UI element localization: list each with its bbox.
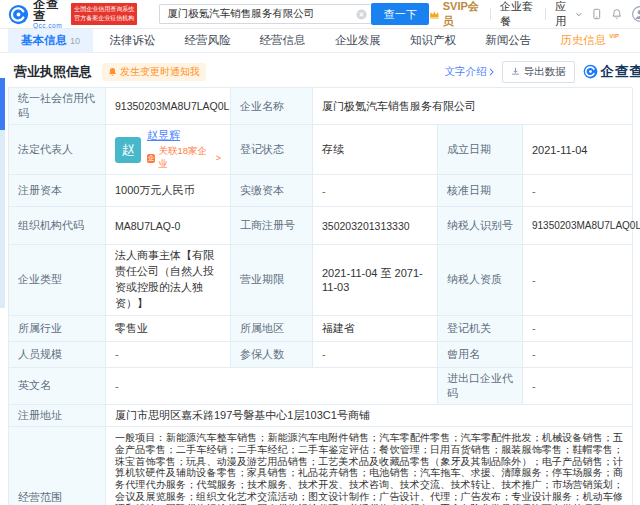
legal-rep-name-link[interactable]: 赵昱辉 — [147, 128, 221, 143]
field-label: 工商注册号 — [231, 207, 313, 245]
qcc-logo-icon — [8, 4, 29, 25]
field-label: 核准日期 — [438, 175, 523, 207]
export-data-button[interactable]: 导出数据 — [502, 61, 575, 83]
field-label: 纳税人识别号 — [438, 207, 523, 245]
section-title: 营业执照信息 — [14, 63, 92, 81]
qichacha-company-page: 企查查 Qcc.com 全国企业信用查询系统 官方备案企业征信机构 查一下 — [0, 0, 640, 505]
table-row: 所属行业 零售业 所属地区 福建省 登记机关 - — [9, 316, 632, 342]
field-label: 所属地区 — [231, 316, 313, 342]
paid-capital-value: - — [313, 175, 438, 207]
table-row: 人员规模 - 参保人数 - 曾用名 - — [9, 342, 632, 368]
tab-news-announcements[interactable]: 新闻公告 — [472, 29, 544, 52]
side-anchor-strip[interactable] — [0, 78, 5, 130]
avatar-icon — [632, 6, 640, 22]
field-label: 营业期限 — [231, 245, 313, 316]
table-row: 注册地址 厦门市思明区嘉禾路197号磐基中心1层103C1号商铺 — [9, 405, 632, 427]
org-code-value: MA8U7LAQ-0 — [106, 207, 231, 245]
crown-icon — [429, 9, 440, 20]
svip-member-link[interactable]: SVIP会员 — [429, 0, 481, 29]
field-label: 英文名 — [9, 368, 106, 405]
establish-date-value: 2021-11-04 — [523, 125, 633, 175]
text-intro-link[interactable]: 文字介绍 — [445, 65, 494, 79]
tab-basic-info[interactable]: 基本信息10 — [8, 29, 93, 52]
former-name-value: - — [523, 342, 633, 368]
biz-reg-no-value: 350203201313330 — [313, 207, 438, 245]
region-value: 福建省 — [313, 316, 438, 342]
staff-size-value: - — [106, 342, 231, 368]
change-notify-button[interactable]: 发生变更时通知我 — [102, 63, 206, 81]
mobile-app-icon[interactable] — [591, 7, 603, 21]
chevron-right-icon — [489, 68, 494, 76]
clear-search-icon[interactable] — [356, 9, 367, 20]
search-input[interactable] — [159, 4, 371, 24]
taxpayer-id-value: 91350203MA8U7LAQ0L — [523, 207, 633, 245]
top-bar: 企查查 Qcc.com 全国企业信用查询系统 官方备案企业征信机构 查一下 — [0, 0, 640, 29]
field-label: 注册资本 — [9, 175, 106, 207]
brand-name: 企查查 — [33, 0, 62, 22]
tab-count-badge: 10 — [70, 36, 80, 46]
tab-company-development[interactable]: 企业发展 — [322, 29, 394, 52]
table-row: 经营范围 一般项目：新能源汽车整车销售；新能源汽车电附件销售；汽车零配件零售；汽… — [9, 427, 632, 505]
taxpayer-qualification-value: - — [523, 245, 633, 316]
tab-operation-risk[interactable]: 经营风险 — [171, 29, 243, 52]
chevron-down-icon — [576, 12, 582, 17]
user-avatar[interactable] — [632, 6, 640, 22]
english-name-value: - — [106, 368, 438, 405]
field-label: 实缴资本 — [231, 175, 313, 207]
field-label: 统一社会信用代码 — [9, 88, 106, 125]
registered-address-value: 厦门市思明区嘉禾路197号磐基中心1层103C1号商铺 — [106, 405, 633, 427]
insured-count-value: - — [313, 342, 438, 368]
field-label: 组织机构代码 — [9, 207, 106, 245]
field-label: 注册地址 — [9, 405, 106, 427]
reg-status-value: 存续 — [313, 125, 438, 175]
reg-authority-value: - — [523, 316, 633, 342]
field-label: 登记状态 — [231, 125, 313, 175]
field-label: 企业名称 — [231, 88, 313, 125]
table-row: 英文名 - 进出口企业代码 - — [9, 368, 632, 405]
reg-capital-value: 1000万元人民币 — [106, 175, 231, 207]
legal-rep-avatar[interactable]: 赵 — [115, 137, 141, 163]
tab-operation-info[interactable]: 经营信息 — [247, 29, 319, 52]
chevron-right-icon: > — [216, 153, 221, 163]
field-label: 法定代表人 — [9, 125, 106, 175]
field-label: 进出口企业代码 — [438, 368, 523, 405]
business-license-table: 统一社会信用代码 91350203MA8U7LAQ0L 企业名称 厦门极氪汽车销… — [8, 87, 632, 505]
notifications-bell-icon[interactable] — [611, 7, 623, 21]
biz-term-value: 2021-11-04 至 2071-11-03 — [313, 245, 438, 316]
table-row: 统一社会信用代码 91350203MA8U7LAQ0L 企业名称 厦门极氪汽车销… — [9, 88, 632, 125]
credit-code-value: 91350203MA8U7LAQ0L — [106, 88, 231, 125]
official-badge: 全国企业信用查询系统 官方备案企业征信机构 — [71, 3, 137, 24]
approval-date-value: - — [523, 175, 633, 207]
business-scope-value: 一般项目：新能源汽车整车销售；新能源汽车电附件销售；汽车零配件零售；汽车零配件批… — [115, 432, 623, 505]
table-row: 法定代表人 赵 赵昱辉 企 关联18家企业 > 登记状态 存续 成立日期 202… — [9, 125, 632, 175]
qcc-watermark-icon — [583, 64, 598, 79]
side-anchor-strip-track — [0, 130, 5, 308]
import-export-code-value: - — [523, 368, 633, 405]
field-label: 人员规模 — [9, 342, 106, 368]
field-label: 企业类型 — [9, 245, 106, 316]
qcc-mini-icon: 企 — [147, 154, 155, 163]
tab-legal-litigation[interactable]: 法律诉讼 — [96, 29, 168, 52]
brand-logo[interactable]: 企查查 Qcc.com 全国企业信用查询系统 官方备案企业征信机构 — [8, 0, 137, 30]
company-type-value: 法人商事主体【有限责任公司（自然人投资或控股的法人独资）】 — [106, 245, 231, 316]
table-row: 企业类型 法人商事主体【有限责任公司（自然人投资或控股的法人独资）】 营业期限 … — [9, 245, 632, 316]
divider — [545, 8, 546, 20]
field-label: 成立日期 — [438, 125, 523, 175]
table-row: 注册资本 1000万元人民币 实缴资本 - 核准日期 - — [9, 175, 632, 207]
qcc-watermark: 企查查 — [583, 63, 640, 81]
apps-dropdown[interactable]: 应用 — [555, 0, 581, 29]
company-name-value: 厦门极氪汽车销售服务有限公司 — [313, 88, 633, 125]
top-nav: SVIP会员 企业套餐 应用 — [429, 0, 640, 29]
tab-intellectual-property[interactable]: 知识产权 — [397, 29, 469, 52]
field-label: 所属行业 — [9, 316, 106, 342]
divider — [490, 8, 491, 20]
tab-history-info[interactable]: 历史信息VIP — [547, 29, 632, 52]
legal-rep-cell: 赵 赵昱辉 企 关联18家企业 > — [106, 125, 231, 175]
bell-icon — [108, 67, 117, 77]
industry-value: 零售业 — [106, 316, 231, 342]
enterprise-package-link[interactable]: 企业套餐 — [500, 0, 536, 29]
license-section-header: 营业执照信息 发生变更时通知我 文字介绍 导出数据 — [14, 61, 640, 82]
business-scope-cell: 一般项目：新能源汽车整车销售；新能源汽车电附件销售；汽车零配件零售；汽车零配件批… — [106, 427, 633, 505]
related-companies-link[interactable]: 企 关联18家企业 > — [147, 145, 221, 171]
search-button[interactable]: 查一下 — [371, 3, 429, 25]
